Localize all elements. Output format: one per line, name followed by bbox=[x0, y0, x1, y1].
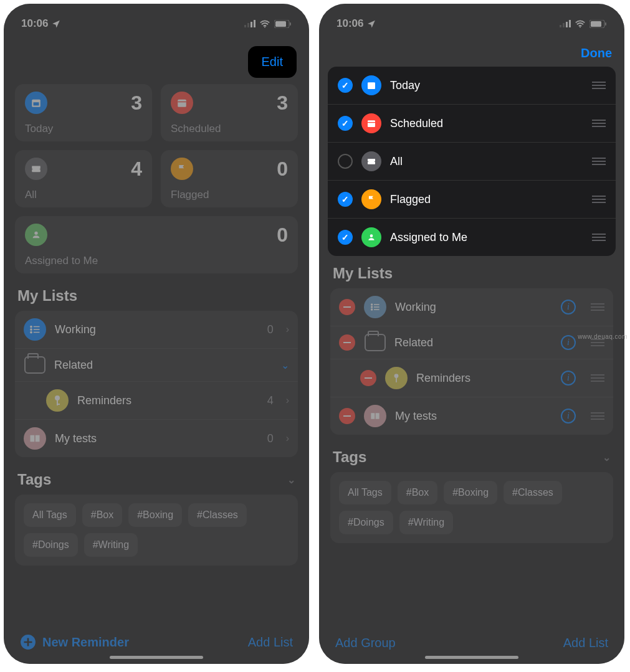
tag-item[interactable]: #Writing bbox=[399, 511, 453, 534]
list-mytests[interactable]: My tests 0 › bbox=[15, 420, 298, 457]
tag-item[interactable]: All Tags bbox=[339, 481, 391, 504]
checkbox-icon[interactable] bbox=[338, 154, 353, 169]
svg-rect-22 bbox=[57, 404, 60, 405]
card-today[interactable]: 3 Today bbox=[15, 84, 152, 141]
add-list-button[interactable]: Add List bbox=[248, 635, 293, 650]
editlist-working[interactable]: Working bbox=[330, 288, 613, 326]
card-flagged[interactable]: 0 Flagged bbox=[161, 150, 298, 207]
card-all[interactable]: 4 All bbox=[15, 150, 152, 207]
svg-rect-44 bbox=[396, 377, 397, 382]
tags-box: All Tags #Box #Boxing #Classes #Doings #… bbox=[15, 495, 298, 566]
home-indicator[interactable] bbox=[110, 656, 203, 659]
tag-item[interactable]: All Tags bbox=[24, 503, 76, 527]
smartlist-assigned[interactable]: Assigned to Me bbox=[328, 219, 616, 256]
smartlist-label: Scheduled bbox=[390, 117, 583, 130]
checkbox-icon[interactable] bbox=[338, 230, 353, 245]
edit-button[interactable]: Edit bbox=[262, 55, 283, 69]
tag-item[interactable]: #Boxing bbox=[444, 481, 497, 504]
drag-handle-icon[interactable] bbox=[591, 374, 604, 382]
folder-icon bbox=[365, 334, 386, 351]
delete-icon[interactable] bbox=[339, 408, 355, 424]
person-icon bbox=[361, 227, 381, 247]
smartlist-today[interactable]: Today bbox=[328, 67, 616, 105]
editlist-related[interactable]: Related bbox=[330, 326, 613, 359]
smartlist-label: Assigned to Me bbox=[390, 231, 583, 244]
mylists-title: My Lists bbox=[17, 287, 295, 305]
tag-item[interactable]: #Doings bbox=[339, 511, 393, 534]
tag-item[interactable]: #Writing bbox=[84, 533, 138, 557]
svg-point-43 bbox=[394, 374, 399, 378]
svg-rect-2 bbox=[251, 22, 252, 27]
chevron-down-icon[interactable]: ⌄ bbox=[287, 474, 295, 486]
tag-item[interactable]: #Classes bbox=[504, 481, 562, 504]
editlist-mytests[interactable]: My tests bbox=[330, 397, 613, 435]
done-button[interactable]: Done bbox=[581, 46, 612, 60]
svg-point-14 bbox=[31, 326, 32, 327]
svg-rect-0 bbox=[244, 25, 246, 27]
svg-rect-3 bbox=[254, 20, 255, 27]
home-indicator[interactable] bbox=[425, 656, 518, 659]
new-reminder-label: New Reminder bbox=[42, 635, 129, 650]
drag-handle-icon[interactable] bbox=[592, 82, 606, 89]
delete-icon[interactable] bbox=[339, 334, 355, 351]
list-reminders[interactable]: Reminders 4 › bbox=[15, 382, 298, 420]
smartlist-flagged[interactable]: Flagged bbox=[328, 181, 616, 219]
drag-handle-icon[interactable] bbox=[591, 303, 604, 311]
list-working[interactable]: Working 0 › bbox=[15, 311, 298, 349]
mylists-container: Working 0 › Related ⌄ Reminders 4 › bbox=[15, 311, 298, 457]
tags-box: All Tags #Box #Boxing #Classes #Doings #… bbox=[330, 472, 613, 543]
list-bullet-icon bbox=[24, 318, 46, 341]
list-working-label: Working bbox=[55, 323, 259, 336]
chevron-down-icon[interactable]: ⌄ bbox=[603, 452, 611, 463]
smartlist-label: Flagged bbox=[390, 193, 583, 206]
drag-handle-icon[interactable] bbox=[591, 339, 604, 346]
list-reminders-label: Reminders bbox=[77, 394, 259, 407]
checkbox-icon[interactable] bbox=[338, 78, 353, 93]
svg-point-28 bbox=[580, 26, 581, 27]
person-icon bbox=[25, 224, 47, 246]
svg-rect-10 bbox=[178, 100, 186, 107]
smartlist-all[interactable]: All bbox=[328, 143, 616, 181]
drag-handle-icon[interactable] bbox=[592, 120, 606, 127]
tag-item[interactable]: #Classes bbox=[188, 503, 247, 527]
svg-rect-32 bbox=[368, 82, 375, 89]
folder-icon bbox=[24, 356, 45, 374]
add-group-button[interactable]: Add Group bbox=[335, 636, 396, 650]
chevron-right-icon: › bbox=[286, 433, 289, 444]
delete-icon[interactable] bbox=[339, 299, 355, 315]
info-icon[interactable] bbox=[561, 371, 576, 386]
mylists-title: My Lists bbox=[333, 265, 611, 282]
tag-item[interactable]: #Box bbox=[82, 503, 122, 527]
tag-item[interactable]: #Boxing bbox=[128, 503, 182, 527]
card-scheduled[interactable]: 3 Scheduled bbox=[161, 84, 298, 141]
tag-item[interactable]: #Doings bbox=[24, 533, 78, 557]
list-related[interactable]: Related ⌄ bbox=[15, 349, 298, 382]
tag-item[interactable]: #Box bbox=[398, 481, 437, 504]
cellular-icon bbox=[244, 20, 255, 27]
card-scheduled-count: 3 bbox=[277, 92, 288, 115]
smartlist-scheduled[interactable]: Scheduled bbox=[328, 105, 616, 143]
chevron-down-icon[interactable]: ⌄ bbox=[281, 359, 289, 371]
info-icon[interactable] bbox=[561, 335, 576, 350]
watermark: www.deuaq.com bbox=[578, 333, 628, 339]
nav-bar: Done bbox=[319, 35, 624, 67]
delete-icon[interactable] bbox=[360, 370, 376, 386]
new-reminder-button[interactable]: New Reminder bbox=[20, 634, 129, 650]
info-icon[interactable] bbox=[561, 409, 576, 424]
checkbox-icon[interactable] bbox=[338, 192, 353, 207]
svg-rect-25 bbox=[563, 23, 565, 27]
svg-rect-6 bbox=[275, 21, 286, 27]
drag-handle-icon[interactable] bbox=[592, 158, 606, 165]
drag-handle-icon[interactable] bbox=[592, 196, 606, 203]
drag-handle-icon[interactable] bbox=[592, 234, 606, 241]
card-today-count: 3 bbox=[131, 92, 142, 115]
drag-handle-icon[interactable] bbox=[591, 412, 604, 420]
battery-icon bbox=[274, 20, 292, 28]
svg-rect-33 bbox=[368, 120, 375, 127]
checkbox-icon[interactable] bbox=[338, 116, 353, 131]
editlist-reminders[interactable]: Reminders bbox=[330, 359, 613, 397]
card-assigned[interactable]: 0 Assigned to Me bbox=[15, 216, 298, 273]
add-list-button[interactable]: Add List bbox=[563, 636, 608, 650]
flag-icon bbox=[171, 158, 193, 180]
info-icon[interactable] bbox=[561, 300, 576, 315]
